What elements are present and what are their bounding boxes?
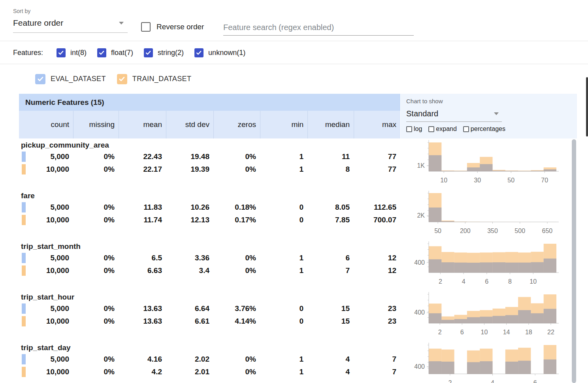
histogram-fare[interactable]: 2K50200350500650 [399,190,565,239]
eval-dataset-marker [22,303,26,314]
cell-min: 1 [260,266,307,275]
histogram-trip_start_hour[interactable]: 4002610141822 [399,291,565,340]
eval-dataset-marker [22,202,26,212]
checkbox-unchecked-icon [406,126,412,132]
cell-zeros: 0% [213,355,260,364]
cell-max: 112.65 [354,203,400,212]
cell-count: 10,000 [19,368,73,376]
cell-missing: 0% [73,203,119,212]
cell-min: 1 [260,254,307,262]
column-header-zeros: zeros [213,111,260,138]
column-header-mean: mean [119,111,166,138]
table-scrollbar-thumb[interactable] [572,139,576,383]
dataset-toggle-train_dataset[interactable]: TRAIN_DATASET [117,74,192,84]
cell-count: 10,000 [19,165,73,174]
feature-type-filter-unknown[interactable]: unknown(1) [194,48,245,57]
x-axis-tick-label: 6 [485,278,488,285]
histogram-trip_start_month[interactable]: 400246810 [399,241,565,290]
x-axis-tick-label: 200 [460,228,471,234]
chart-option-checkboxes: logexpandpercentages [406,125,577,133]
x-axis-tick-label: 350 [487,228,498,234]
cell-missing: 0% [73,266,119,275]
cell-max: 77 [354,152,400,161]
toolbar: Sort by Feature order Reverse order [0,0,588,41]
x-axis-tick-label: 30 [474,177,481,184]
feature-block-trip_start_day: trip_start_day5,0000%4.162.020%14710,000… [19,341,577,383]
x-axis-tick-label: 2 [438,329,442,336]
x-axis-tick-label: 6 [460,329,464,336]
x-axis-tick-label: 18 [525,329,532,336]
checkbox-checked-icon [144,48,153,57]
chevron-down-icon [119,22,124,25]
chart-option-percentages[interactable]: percentages [463,125,505,133]
cell-median: 11 [307,152,354,161]
feature-type-label: string(2) [158,49,184,57]
cell-std_dev: 2.02 [166,355,213,364]
feature-block-pickup_community_area: pickup_community_area5,0000%22.4319.480%… [19,138,577,189]
search-input[interactable] [223,20,414,36]
x-axis-tick-label: 6 [533,379,537,383]
x-axis-tick-label: 10 [440,177,447,184]
chart-type-select[interactable]: Standard [406,106,502,122]
checkbox-unchecked-icon [141,22,151,32]
chart-option-log[interactable]: log [406,125,422,133]
train-dataset-marker [22,164,26,174]
chart-type-value: Standard [406,109,438,118]
train-dataset-marker [22,265,26,276]
cell-mean: 11.74 [119,216,166,224]
histogram-trip_start_day[interactable]: 400246 [399,342,565,383]
cell-count: 5,000 [19,355,73,364]
table-title-band: Numeric Features (15) [19,94,400,111]
x-axis-tick-label: 4 [462,278,466,285]
checkbox-checked-icon [117,74,127,84]
sort-by-select[interactable]: Feature order [13,17,128,33]
cell-std_dev: 3.4 [166,266,213,275]
sort-by-value: Feature order [13,18,63,28]
checkbox-checked-icon [57,48,66,57]
cell-std_dev: 10.26 [166,203,213,212]
cell-zeros: 3.76% [213,304,260,313]
feature-type-filter-string[interactable]: string(2) [144,48,184,57]
x-axis-tick-label: 22 [547,329,554,336]
cell-std_dev: 19.39 [166,165,213,174]
cell-median: 7.85 [307,216,354,224]
column-header-max: max [354,111,400,138]
cell-min: 0 [260,304,307,313]
cell-missing: 0% [73,368,119,376]
cell-mean: 22.17 [119,165,166,174]
column-header-row: countmissingmeanstd devzerosminmedianmax [19,111,400,138]
column-header-count: count [19,111,73,138]
histogram-pickup_community_area[interactable]: 1K10305070 [399,139,565,188]
cell-median: 8.05 [307,203,354,212]
dataset-label: EVAL_DATASET [51,75,106,83]
sort-by-group: Sort by Feature order [13,8,128,33]
x-axis-tick-label: 2 [439,278,442,285]
checkbox-checked-icon [194,48,204,57]
page-scrollbar-thumb[interactable] [586,77,588,137]
feature-type-filter-float[interactable]: float(7) [97,48,133,57]
cell-missing: 0% [73,317,119,326]
chart-option-label: expand [436,125,457,133]
reverse-order-label: Reverse order [156,23,204,31]
chart-controls-panel: Chart to show Standard logexpandpercenta… [401,94,577,138]
cell-count: 10,000 [19,317,73,326]
feature-search [223,20,414,36]
x-axis-tick-label: 500 [514,228,525,234]
cell-mean: 4.16 [119,355,166,364]
cell-zeros: 0% [213,152,260,161]
cell-std_dev: 19.48 [166,152,213,161]
reverse-order-checkbox[interactable]: Reverse order [141,22,204,32]
dataset-toggle-eval_dataset[interactable]: EVAL_DATASET [35,74,106,84]
feature-type-label: int(8) [70,49,87,57]
feature-type-filters: Features: int(8)float(7)string(2)unknown… [0,42,588,64]
cell-mean: 13.63 [119,304,166,313]
cell-zeros: 0% [213,266,260,275]
x-axis-tick-label: 4 [491,379,494,383]
chart-option-expand[interactable]: expand [428,125,457,133]
cell-min: 0 [260,203,307,212]
feature-type-filter-int[interactable]: int(8) [57,48,87,57]
cell-max: 12 [354,266,400,275]
x-axis-tick-label: 50 [434,228,441,234]
x-axis-tick-label: 8 [508,278,512,285]
cell-count: 5,000 [19,152,73,161]
